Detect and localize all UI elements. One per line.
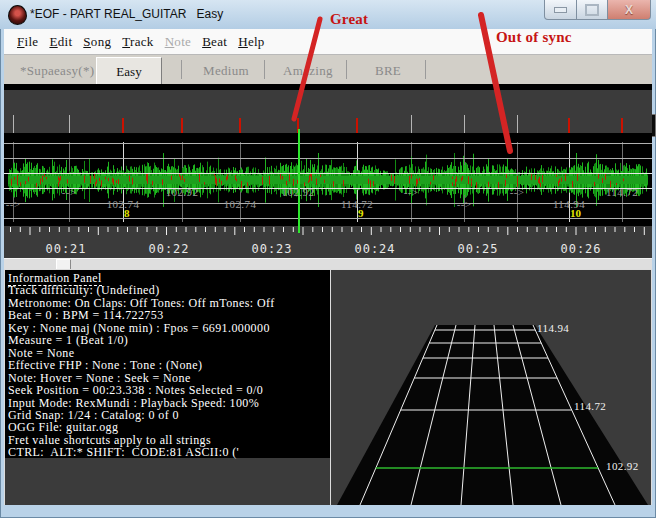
beat-label: --> — [6, 198, 21, 210]
fretboard-beat-label: 114.94 — [537, 322, 569, 334]
close-icon: X — [625, 3, 633, 17]
tab-easy-active[interactable]: Easy — [96, 57, 162, 85]
info-panel-line: Effective FHP : None : Tone : (None) — [8, 359, 202, 371]
tab-medium[interactable]: Medium — [203, 63, 249, 79]
info-panel-line: Metronome: On Claps: Off Tones: Off mTon… — [8, 297, 275, 309]
timeline-label: 00:24 — [354, 242, 395, 256]
info-panel-line: Key : None maj (None min) : Fpos = 6691.… — [8, 322, 270, 334]
measure-number: 8 — [124, 207, 130, 219]
tab-supaeasy[interactable]: *Supaeasy(*) — [20, 63, 94, 79]
tab-separator — [264, 60, 265, 79]
minimize-icon — [554, 7, 567, 13]
info-panel-line: Seek Position = 00:23.338 : Notes Select… — [8, 384, 263, 396]
app-icon — [8, 5, 27, 25]
minimize-button[interactable] — [544, 0, 577, 20]
fretboard-beat-label: 114.72 — [574, 400, 606, 412]
menu-item-track[interactable]: Track — [122, 34, 153, 50]
close-button[interactable]: X — [608, 0, 651, 20]
eof-window: *EOF - PART REAL_GUITAR Easy X FileEditS… — [0, 0, 656, 518]
tab-separator — [181, 60, 182, 79]
beat-label: --> — [510, 186, 525, 198]
title-bar[interactable]: *EOF - PART REAL_GUITAR Easy X — [0, 0, 656, 29]
timeline-label: 00:26 — [560, 242, 601, 256]
tab-separator — [425, 60, 426, 79]
info-panel-line: Input Mode: RexMundi : Playback Speed: 1… — [8, 397, 259, 409]
beat-label: 114.72 — [341, 198, 373, 210]
window-controls: X — [544, 0, 651, 20]
tab-separator — [346, 60, 347, 79]
beat-label: --> — [404, 186, 419, 198]
beat-label: 102.74 — [224, 198, 257, 210]
tab-bre[interactable]: BRE — [375, 63, 401, 79]
info-panel-line: Track difficulty: (Undefined) — [8, 284, 160, 296]
timeline-label: 00:23 — [251, 242, 292, 256]
beat-label: 102.92 — [282, 186, 315, 198]
chart-editor-area[interactable]: -->-->102.748102.92102.74102.92114.729--… — [4, 84, 652, 270]
timeline-label: 00:21 — [45, 242, 86, 256]
info-panel-line: Grid Snap: 1/24 : Catalog: 0 of 0 — [8, 409, 179, 421]
difficulty-tab-bar: *Supaeasy(*) Easy MediumAmazingBRE 00:23 — [4, 55, 652, 84]
menu-item-edit[interactable]: Edit — [49, 34, 72, 50]
tab-amazing[interactable]: Amazing — [283, 63, 333, 79]
info-panel-line: OGG File: guitar.ogg — [8, 421, 118, 433]
measure-number: 9 — [358, 207, 364, 219]
info-panel-line: Note = None — [8, 347, 75, 359]
measure-number: 10 — [570, 207, 581, 219]
info-panel-line: CTRL: ALT:* SHIFT: CODE:81 ASCII:0 (' — [8, 446, 239, 458]
info-panel-line: Measure = 1 (Beat 1/0) — [8, 334, 128, 346]
beat-label: --> — [457, 198, 472, 210]
beat-label: 114.72 — [606, 186, 638, 198]
menu-item-help[interactable]: Help — [238, 34, 265, 50]
timeline-label: 00:25 — [457, 242, 498, 256]
menu-item-file[interactable]: File — [17, 34, 38, 50]
menu-item-beat[interactable]: Beat — [202, 34, 227, 50]
menu-item-song[interactable]: Song — [83, 34, 111, 50]
info-panel-line: Note: Hover = None : Seek = None — [8, 372, 191, 384]
beat-label: 102.74 — [107, 198, 140, 210]
beat-label: --> — [62, 186, 77, 198]
beat-label: 102.92 — [166, 186, 199, 198]
maximize-icon — [585, 4, 599, 16]
information-panel: Information PanelTrack difficulty: (Unde… — [5, 270, 330, 505]
fretboard-beat-label: 102.92 — [606, 460, 639, 472]
fretboard-graphics — [331, 270, 651, 505]
menu-item-note[interactable]: Note — [165, 34, 192, 50]
annotation-great: Great — [330, 11, 368, 28]
window-title: *EOF - PART REAL_GUITAR Easy — [30, 7, 223, 21]
info-panel-line: Fret value shortcuts apply to all string… — [8, 434, 211, 446]
panel-border — [651, 269, 652, 505]
info-panel-line: Beat = 0 : BPM = 114.722753 — [8, 309, 164, 321]
editor-graphics — [4, 84, 652, 270]
annotation-out-of-sync: Out of sync — [496, 29, 572, 46]
timeline-label: 00:22 — [148, 242, 189, 256]
maximize-button[interactable] — [577, 0, 608, 20]
fretboard-3d-view: 114.94114.72102.92 — [331, 270, 651, 505]
